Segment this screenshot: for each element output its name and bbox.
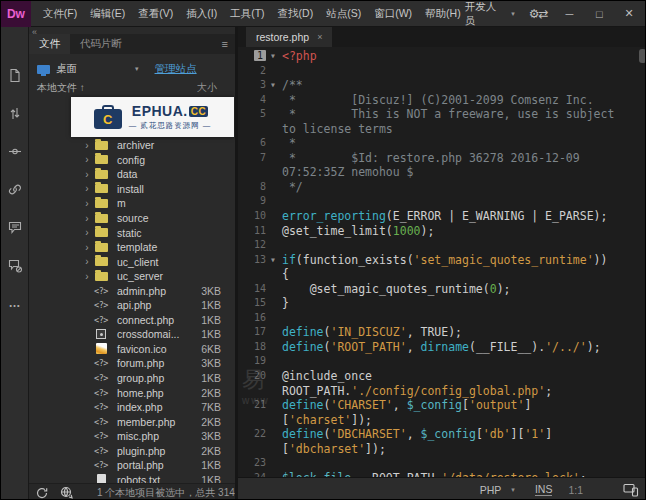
tree-folder-row[interactable]: ›source [29,211,235,226]
tree-folder-row[interactable]: ›uc_client [29,254,235,269]
tree-folder-row[interactable]: ›uc_server [29,269,235,284]
tree-file-row[interactable]: ›<?>plugin.php2KB [29,443,235,458]
refresh-icon[interactable] [36,487,48,499]
menu-item-6[interactable]: 站点(S) [322,7,365,21]
menu-item-0[interactable]: 文件(F) [39,7,81,21]
maximize-button[interactable]: □ [591,8,607,20]
code-line[interactable]: 11@set_time_limit(1000); [238,224,646,239]
insert-mode-toggle[interactable]: INS [535,483,553,496]
menu-item-4[interactable]: 工具(T) [226,7,268,21]
code-line[interactable]: 15} [238,296,646,311]
code-line[interactable]: 7 * $Id: restore.php 36278 2016-12-09 [238,151,646,166]
code-line[interactable]: 18define('ROOT_PATH', dirname(__FILE__).… [238,340,646,355]
code-line[interactable]: ['dbcharset']); [238,442,646,457]
close-button[interactable]: ✕ [621,7,637,20]
manage-sites-link[interactable]: 管理站点 [155,62,197,76]
chevron-right-icon[interactable]: › [81,140,93,151]
slider-icon[interactable] [7,143,23,159]
tree-file-row[interactable]: ›<?>index.php7KB [29,400,235,415]
tab-files[interactable]: 文件 [29,34,70,54]
more-options-icon[interactable]: … [7,295,23,311]
menu-item-3[interactable]: 插入(I) [182,7,221,21]
code-line[interactable]: 8 */ [238,180,646,195]
fold-arrow-icon[interactable]: ▼ [266,49,280,64]
tree-file-row[interactable]: ›<?>forum.php3KB [29,356,235,371]
code-line[interactable]: 5 * This is NOT a freeware, use is subje… [238,107,646,122]
tree-file-row[interactable]: ›<?>admin.php3KB [29,283,235,298]
code-line[interactable]: 19 [238,354,646,369]
comment-disabled-icon[interactable] [7,257,23,273]
chevron-right-icon[interactable]: › [81,183,93,194]
code-view[interactable]: 1▼<?php23▼/**4 * [Discuz!] (C)2001-2099 … [238,47,646,477]
code-line[interactable]: 21define('CHARSET', $_config['output'] [238,398,646,413]
language-mode-dropdown[interactable]: PHP ▾ [480,484,515,496]
chevron-down-icon[interactable]: ▾ [135,65,139,73]
tree-folder-row[interactable]: ›m [29,196,235,211]
realtime-preview-icon[interactable] [623,483,639,497]
tree-file-row[interactable]: ›<?>api.php1KB [29,298,235,313]
code-line[interactable]: to license terms [238,122,646,137]
tree-folder-row[interactable]: ›config [29,153,235,168]
menu-item-8[interactable]: 帮助(H) [421,7,465,21]
chevron-right-icon[interactable]: › [81,154,93,165]
connect-server-globe-icon[interactable] [60,486,73,499]
sync-settings-gear-icon[interactable]: ⚙⇄ [529,7,548,21]
code-line[interactable]: 3▼/** [238,78,646,93]
code-line[interactable]: 23 [238,456,646,471]
comment-icon[interactable] [7,219,23,235]
menu-item-7[interactable]: 窗口(W) [370,7,416,21]
code-line[interactable]: 16 [238,311,646,326]
code-line[interactable]: 2 [238,64,646,79]
code-line[interactable]: ROOT_PATH.'./config/config_global.php'; [238,384,646,399]
tab-snippets[interactable]: 代码片断 [70,34,132,54]
code-line[interactable]: { [238,267,646,282]
menu-item-5[interactable]: 查找(D) [274,7,318,21]
minimize-button[interactable]: ─ [561,8,577,20]
tree-folder-row[interactable]: ›template [29,240,235,255]
tree-folder-row[interactable]: ›install [29,182,235,197]
site-dropdown[interactable]: 桌面 [56,62,77,76]
code-line[interactable]: ['charset']); [238,413,646,428]
open-file-icon[interactable] [7,67,23,83]
code-line[interactable]: 12 [238,238,646,253]
workspace-switcher[interactable]: 开发人员 ▾ [465,0,515,28]
chevron-right-icon[interactable]: › [81,227,93,238]
tree-file-row[interactable]: ›<?>misc.php3KB [29,429,235,444]
editor-scrollbar-thumb[interactable] [639,49,646,63]
tree-file-row[interactable]: ›<?>member.php2KB [29,414,235,429]
code-line[interactable]: 4 * [Discuz!] (C)2001-2099 Comsenz Inc. [238,93,646,108]
tree-file-row[interactable]: ›favicon.ico6KB [29,342,235,357]
fold-arrow-icon[interactable]: ▼ [266,253,280,268]
code-line[interactable]: 17define('IN_DISCUZ', TRUE); [238,325,646,340]
file-transfer-arrows-icon[interactable] [7,105,23,121]
tree-file-row[interactable]: ›<?>group.php1KB [29,371,235,386]
panel-menu-icon[interactable]: ≡ [222,34,235,54]
code-line[interactable]: 1▼<?php [238,49,646,64]
tree-file-row[interactable]: ›<?>home.php2KB [29,385,235,400]
close-tab-icon[interactable]: × [317,32,322,42]
code-line[interactable]: 6 * [238,136,646,151]
chevron-right-icon[interactable]: › [81,213,93,224]
tree-folder-row[interactable]: ›archiver [29,138,235,153]
tree-folder-row[interactable]: ›data [29,167,235,182]
tree-file-row[interactable]: ›robots.txt1KB [29,473,235,483]
code-line[interactable]: 10error_reporting(E_ERROR | E_WARNING | … [238,209,646,224]
tree-file-row[interactable]: ›<?>connect.php1KB [29,313,235,328]
chevron-right-icon[interactable]: › [81,271,93,282]
code-line[interactable]: 22define('DBCHARSET', $_config['db']['1'… [238,427,646,442]
chevron-right-icon[interactable]: › [81,256,93,267]
chevron-right-icon[interactable]: › [81,198,93,209]
code-line[interactable]: 14 @set_magic_quotes_runtime(0); [238,282,646,297]
chevron-right-icon[interactable]: › [81,242,93,253]
code-line[interactable]: 13▼if(function_exists('set_magic_quotes_… [238,253,646,268]
chevron-right-icon[interactable]: › [81,169,93,180]
tree-folder-row[interactable]: ›static [29,225,235,240]
tree-file-row[interactable]: ›crossdomai...1KB [29,327,235,342]
code-line[interactable]: 9 [238,194,646,209]
fold-arrow-icon[interactable]: ▼ [266,78,280,93]
document-tab[interactable]: restore.php × [246,27,332,47]
tree-file-row[interactable]: ›<?>portal.php1KB [29,458,235,473]
menu-item-1[interactable]: 编辑(E) [86,7,129,21]
menu-item-2[interactable]: 查看(V) [134,7,177,21]
code-link-icon[interactable] [7,181,23,197]
